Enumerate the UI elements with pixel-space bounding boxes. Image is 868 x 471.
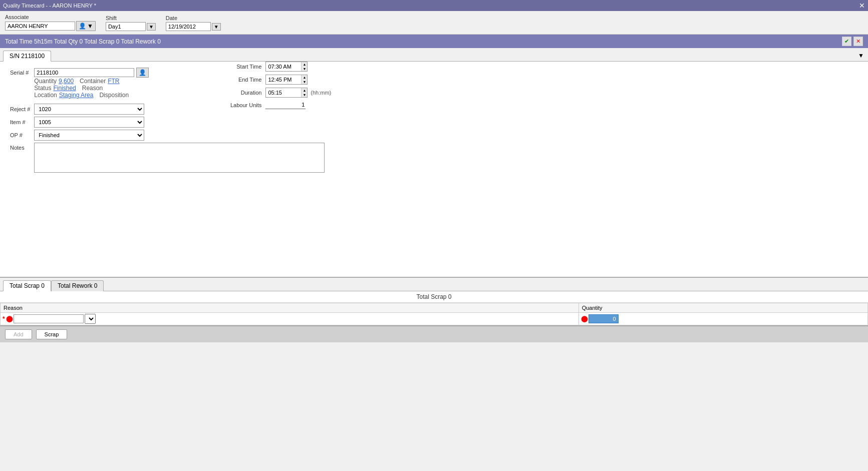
total-rework-tab[interactable]: Total Rework 0: [51, 280, 104, 291]
duration-input-row: ▲ ▼: [265, 88, 308, 98]
scrap-reason-select[interactable]: [85, 314, 96, 324]
reason-info: Reason: [82, 85, 105, 92]
op-select[interactable]: Finished: [34, 130, 144, 141]
disposition-info: Disposition: [99, 92, 131, 99]
serial-input[interactable]: [34, 68, 134, 77]
scrap-header: Total Scrap 0: [0, 291, 868, 303]
add-button[interactable]: Add: [5, 329, 32, 339]
duration-label: Duration: [230, 85, 265, 98]
item-dropdown: 1005: [34, 117, 325, 128]
item-label: Item #: [10, 117, 34, 128]
scrap-row: * ⬤ ⬤: [1, 313, 868, 325]
top-form: Associate 👤 ▼ Shift ▼ Date ▼: [0, 11, 868, 35]
shift-input[interactable]: [106, 22, 146, 31]
op-dropdown: Finished: [34, 130, 325, 141]
associate-label: Associate: [5, 14, 96, 20]
labour-units-label: Labour Units: [230, 98, 265, 109]
start-time-up[interactable]: ▲: [302, 62, 307, 67]
item-select[interactable]: 1005: [34, 117, 144, 128]
date-row: ▼: [166, 22, 221, 31]
start-time-input-row: ▲ ▼: [265, 62, 308, 72]
duration-input[interactable]: [266, 89, 301, 97]
total-scrap-tab[interactable]: Total Scrap 0: [3, 280, 51, 291]
associate-input[interactable]: [5, 22, 75, 31]
end-time-spinner: ▲ ▼: [301, 75, 307, 84]
shift-row: ▼: [106, 22, 156, 31]
summary-actions: ✔ ✕: [842, 37, 863, 46]
scrap-button[interactable]: Scrap: [36, 329, 68, 339]
total-scrap-tab-label: Total Scrap 0: [10, 282, 45, 289]
op-field: Finished: [34, 130, 325, 141]
tab-dropdown-arrow[interactable]: ▼: [858, 52, 864, 59]
bottom-tab-content: Total Scrap 0 Reason Quantity * ⬤: [0, 291, 868, 325]
duration-down[interactable]: ▼: [302, 93, 307, 97]
quantity-value[interactable]: 9,600: [59, 78, 74, 85]
associate-lookup-button[interactable]: 👤 ▼: [76, 21, 96, 31]
duration-up[interactable]: ▲: [302, 88, 307, 93]
shift-dropdown-button[interactable]: ▼: [147, 23, 156, 31]
date-label: Date: [166, 15, 221, 21]
end-time-input[interactable]: [266, 76, 301, 84]
person-icon: 👤: [79, 23, 86, 30]
reason-error-icon: ⬤: [6, 315, 13, 322]
reason-col-header: Reason: [1, 303, 579, 313]
labour-units-field: [265, 98, 308, 109]
check-button[interactable]: ✔: [842, 37, 851, 46]
end-time-field: ▲ ▼: [265, 72, 308, 85]
start-time-label: Start Time: [230, 62, 265, 72]
op-label: OP #: [10, 130, 34, 141]
total-rework-tab-label: Total Rework 0: [58, 282, 97, 289]
summary-text: Total Time 5h15m Total Qty 0 Total Scrap…: [5, 38, 161, 45]
time-section: Start Time ▲ ▼ End Time: [230, 62, 331, 109]
labour-units-input[interactable]: [265, 101, 306, 109]
time-table: Start Time ▲ ▼ End Time: [230, 62, 331, 109]
serial-lookup-button[interactable]: 👤: [136, 68, 149, 78]
container-info: Container FTR: [80, 78, 119, 85]
scrap-quantity-cell: ⬤: [578, 313, 867, 325]
associate-row: 👤 ▼: [5, 21, 96, 31]
scrap-qty-input-row: ⬤: [581, 314, 865, 323]
x-button[interactable]: ✕: [853, 37, 863, 46]
location-info: Location Staging Area: [34, 92, 93, 99]
date-group: Date ▼: [166, 15, 221, 31]
date-dropdown-button[interactable]: ▼: [212, 23, 221, 31]
disposition-label: Disposition: [99, 92, 129, 99]
start-time-input[interactable]: [266, 63, 301, 71]
scrap-reason-input-row: * ⬤: [3, 314, 576, 324]
main-tab-label: S/N 2118100: [10, 53, 45, 60]
reject-label: Reject #: [10, 104, 34, 115]
scrap-header-text: Total Scrap 0: [416, 293, 451, 300]
start-time-down[interactable]: ▼: [302, 67, 307, 71]
duration-unit: (hh:mm): [308, 85, 331, 98]
end-time-down[interactable]: ▼: [302, 80, 307, 84]
notes-textarea[interactable]: [34, 143, 325, 173]
container-label: Container: [80, 78, 106, 85]
duration-field: ▲ ▼: [265, 85, 308, 98]
date-input[interactable]: [166, 22, 211, 31]
serial-label: Serial #: [10, 68, 34, 78]
title-bar: Quality Timecard - - AARON HENRY * ✕: [0, 0, 868, 11]
location-value[interactable]: Staging Area: [59, 92, 94, 99]
serial-person-icon: 👤: [139, 69, 146, 76]
notes-field: [34, 143, 325, 174]
scrap-reason-cell: * ⬤: [1, 313, 579, 325]
main-tab[interactable]: S/N 2118100: [3, 51, 51, 62]
start-time-spinner: ▲ ▼: [301, 62, 307, 71]
main-window: Quality Timecard - - AARON HENRY * ✕ Ass…: [0, 0, 868, 471]
shift-group: Shift ▼: [106, 15, 156, 31]
status-info: Status Finished: [34, 85, 76, 92]
reject-select[interactable]: 1020: [34, 104, 144, 115]
close-button[interactable]: ✕: [859, 2, 865, 10]
end-time-up[interactable]: ▲: [302, 75, 307, 80]
tab-strip: S/N 2118100 ▼: [0, 48, 868, 62]
scrap-qty-input[interactable]: [589, 314, 619, 323]
footer: Add Scrap: [0, 325, 868, 342]
summary-bar: Total Time 5h15m Total Qty 0 Total Scrap…: [0, 35, 868, 48]
container-value[interactable]: FTR: [108, 78, 119, 85]
reason-asterisk-icon: *: [3, 315, 5, 322]
status-value[interactable]: Finished: [53, 85, 76, 92]
status-label: Status: [34, 85, 51, 92]
scrap-reason-input[interactable]: [14, 314, 84, 323]
qty-error-icon: ⬤: [581, 315, 588, 322]
quantity-label: Quantity: [34, 78, 57, 85]
